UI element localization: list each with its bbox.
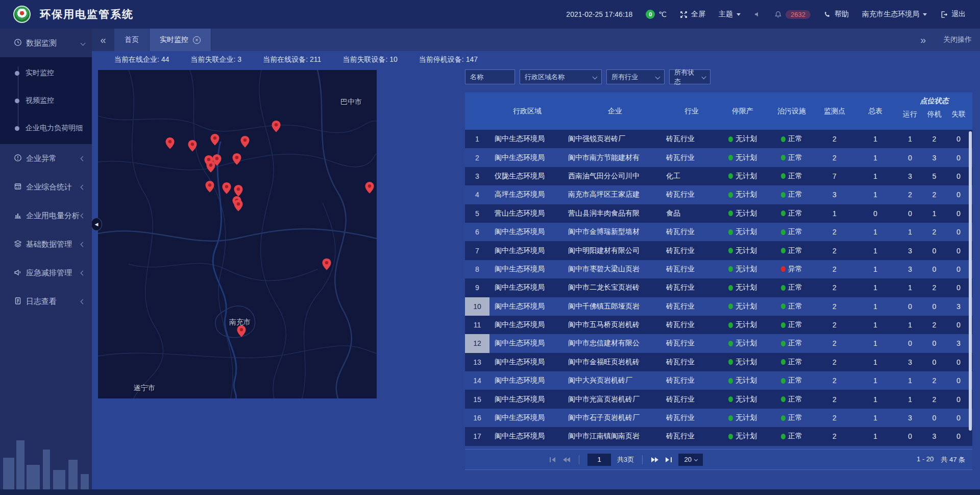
table-row-4[interactable]: 4高坪生态环境局南充市高坪区王家店建砖瓦行业无计划正常31220 [465,185,972,204]
help-button[interactable]: 帮助 [824,10,849,19]
industry-filter-select[interactable]: 所有行业 [606,69,665,84]
cell-monitor-points: 2 [816,284,853,292]
table-header-5: 治污设施 [767,92,816,130]
status-filter-select[interactable]: 所有状态 [669,69,710,84]
sidebar-subitem[interactable]: 企业电力负荷明细 [0,114,92,142]
cell-stopped: 2 [922,228,947,236]
production-limit-text: 无计划 [736,153,757,162]
page-number-input[interactable] [587,454,611,466]
cell-pollution-facility: 正常 [767,190,816,199]
table-row-7[interactable]: 7阆中生态环境局阆中明阳建材有限公司砖瓦行业无计划正常21300 [465,241,972,260]
name-filter-field[interactable] [465,69,515,84]
table-row-13[interactable]: 13阆中生态环境局阆中市金福旺页岩机砖砖瓦行业无计划正常21300 [465,353,972,371]
table-row-12[interactable]: 12阆中生态环境局阆中市忠信建材有限公砖瓦行业无计划正常21003 [465,334,972,352]
datetime: 2021-02-25 17:46:18 [566,10,632,18]
next-page-button[interactable] [651,457,659,463]
chevron-down-icon [694,458,698,461]
table-row-16[interactable]: 16阆中生态环境局阆中市石子页岩机砖厂砖瓦行业无计划正常21300 [465,409,972,427]
org-dropdown[interactable]: 南充市生态环境局 [862,10,927,19]
table-row-6[interactable]: 6阆中生态环境局阆中市金博瑞新型墙材砖瓦行业无计划正常21120 [465,223,972,241]
theme-dropdown[interactable]: 主题 [719,10,741,19]
cell-region: 阆中生态环境局 [489,320,565,329]
map-pin-icon[interactable] [165,137,175,149]
status-dot-green [781,396,786,402]
production-limit-text: 无计划 [736,227,757,237]
status-dot-green [728,434,733,439]
sidebar-item-2[interactable]: 企业异常 [0,144,92,173]
sidebar-item-1[interactable]: 数据监测 [0,29,92,57]
table-row-2[interactable]: 2阆中生态环境局阆中市南方节能建材有砖瓦行业无计划正常21030 [465,148,972,167]
last-page-button[interactable] [665,457,672,463]
tabs-scroll-right-button[interactable]: » [920,34,926,46]
cell-offline: 0 [946,191,971,199]
status-stat: 当前停机设备:147 [419,55,478,64]
table-row-1[interactable]: 1阆中生态环境局阆中强锐页岩砖厂砖瓦行业无计划正常21120 [465,130,972,148]
table-row-9[interactable]: 9阆中生态环境局阆中市二龙长宝页岩砖砖瓦行业无计划正常21120 [465,278,972,297]
cell-pollution-facility: 正常 [767,358,816,367]
filter-bar: 行政区域名称 所有行业 所有状态 [465,69,710,84]
map-pin-icon[interactable] [237,325,246,337]
map-pin-icon[interactable] [365,182,374,194]
cell-stopped: 0 [922,358,947,366]
cell-production-limit: 无计划 [718,413,767,422]
cell-total-meters: 1 [853,172,898,180]
cell-running: 1 [898,376,922,385]
sidebar-item-3[interactable]: 企业综合统计 [0,173,92,201]
tab-实时监控[interactable]: 实时监控× [150,29,211,51]
table-row-14[interactable]: 14阆中生态环境局阆中大兴页岩机砖厂砖瓦行业无计划正常21120 [465,371,972,390]
cell-production-limit: 无计划 [718,358,767,367]
table-row-8[interactable]: 8阆中生态环境局阆中市枣碧大梁山页岩砖瓦行业无计划异常21300 [465,260,972,278]
page-size-select[interactable]: 20 [678,454,703,466]
map-pin-icon[interactable] [322,258,331,270]
table-row-3[interactable]: 3仪陇生态环境局西南油气田分公司川中化工无计划正常71350 [465,167,972,185]
cell-region: 阆中生态环境局 [489,227,565,237]
tabs-scroll-left-button[interactable]: « [92,29,114,51]
cell-total-meters: 1 [853,135,898,143]
close-operations-button[interactable]: 关闭操作 [943,35,972,44]
cell-stopped: 3 [922,432,947,440]
table-header-6: 监测点 [816,92,853,130]
map-pin-icon[interactable] [240,136,250,148]
status-dot-green [728,210,733,216]
first-page-button[interactable] [549,457,556,463]
alerts-button[interactable]: 2632 [774,10,811,19]
sidebar-item-5[interactable]: 基础数据管理 [0,230,92,258]
region-filter-select[interactable]: 行政区域名称 [520,69,602,84]
prev-page-icon [562,457,571,463]
map-pin-icon[interactable] [205,181,214,193]
map-pin-icon[interactable] [232,153,241,165]
map-panel[interactable]: 巴中市南充市遂宁市 [98,70,377,398]
chevron-down-icon [593,75,598,80]
sidebar-subitem[interactable]: 视频监控 [0,87,92,114]
status-dot-green [781,229,786,235]
fullscreen-button[interactable]: 全屏 [680,10,705,19]
cell-industry: 砖瓦行业 [665,432,718,441]
pollution-facility-text: 正常 [788,376,802,385]
sidebar-item-4[interactable]: 企业用电量分析 [0,201,92,230]
cell-monitor-points: 7 [816,172,853,180]
table-row-10[interactable]: 10阆中生态环境局阆中千佛镇五郎垭页岩砖瓦行业无计划正常21003 [465,297,972,316]
logout-button[interactable]: 退出 [940,10,966,19]
tab-close-icon[interactable]: × [193,36,201,44]
map-pin-icon[interactable] [234,200,243,211]
name-filter-input[interactable] [470,73,510,81]
tab-首页[interactable]: 首页 [114,29,150,51]
map-pin-icon[interactable] [206,161,215,173]
map-pin-icon[interactable] [272,121,281,132]
map-pin-icon[interactable] [188,140,197,152]
row-index: 7 [465,241,489,260]
map-pin-icon[interactable] [210,134,219,146]
table-row-5[interactable]: 5营山生态环境局营山县润丰肉食品有限食品无计划正常10010 [465,204,972,223]
voice-toggle-button[interactable] [754,11,761,18]
sidebar-subitem[interactable]: 实时监控 [0,59,92,87]
map-pin-icon[interactable] [234,185,243,197]
sidebar-item-6[interactable]: 应急减排管理 [0,258,92,287]
sidebar-item-7[interactable]: 日志查看 [0,287,92,316]
sidebar-collapse-button[interactable]: ◀ [91,218,102,231]
table-row-11[interactable]: 11阆中生态环境局阆中市五马桥页岩机砖砖瓦行业无计划正常21120 [465,316,972,334]
prev-page-button[interactable] [562,457,571,463]
table-row-15[interactable]: 15阆中生态环境局阆中市光富页岩机砖厂砖瓦行业无计划正常21120 [465,390,972,408]
table-row-17[interactable]: 17阆中生态环境局阆中市江南镇阆南页岩砖瓦行业无计划正常21030 [465,427,972,445]
map-pin-icon[interactable] [222,182,231,194]
table-scrollbar-thumb[interactable] [969,131,972,431]
